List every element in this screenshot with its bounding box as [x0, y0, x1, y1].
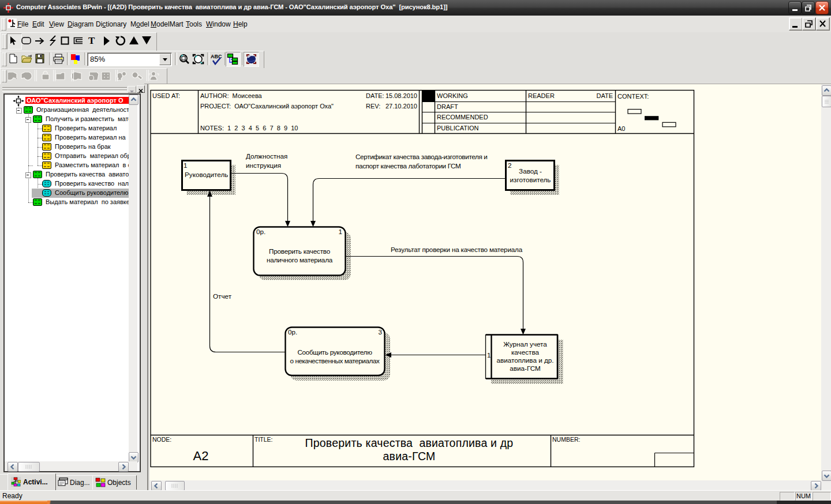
svg-text:USED AT:: USED AT: [152, 92, 180, 99]
svg-text:READER: READER [528, 92, 555, 99]
svg-text:авиатоплива и др.: авиатоплива и др. [496, 356, 553, 364]
svg-text:A0: A0 [617, 125, 625, 132]
svg-text:DATE: DATE [596, 92, 613, 99]
svg-text:качества: качества [511, 348, 539, 356]
svg-text:CONTEXT:: CONTEXT: [617, 93, 649, 100]
svg-text:1: 1 [487, 351, 491, 359]
svg-text:Должностная: Должностная [246, 152, 287, 160]
svg-text:Проверить качества авиатоплив: Проверить качества авиатоплива и др [305, 437, 514, 449]
svg-text:27.10.2010: 27.10.2010 [385, 103, 417, 110]
svg-text:NODE:: NODE: [152, 436, 171, 443]
svg-text:0р.: 0р. [256, 228, 265, 235]
svg-text:AUTHOR: Моисеева: AUTHOR: Моисеева [200, 92, 263, 99]
svg-text:Результат проверки на качество: Результат проверки на качество материала [391, 246, 523, 253]
svg-text:A2: A2 [193, 449, 209, 463]
svg-text:RECOMMENDED: RECOMMENDED [437, 114, 488, 121]
svg-text:3: 3 [378, 328, 382, 336]
svg-text:Журнал учета: Журнал учета [503, 340, 547, 348]
svg-text:PROJECT: ОАО"Сахалинский аэро: PROJECT: ОАО"Сахалинский аэропорт Оха" [200, 103, 334, 110]
svg-text:инструкция: инструкция [246, 161, 281, 169]
svg-text:DRAFT: DRAFT [437, 103, 458, 110]
svg-text:Отчет: Отчет [213, 292, 232, 300]
svg-text:NOTES: 1 2 3 4 5 6 7 8: NOTES: 1 2 3 4 5 6 7 8 9 10 [200, 125, 298, 131]
svg-text:Руководитель: Руководитель [185, 171, 228, 178]
svg-text:DATE:: DATE: [366, 92, 384, 99]
svg-text:паспорт качества лаботатории Г: паспорт качества лаботатории ГСМ [355, 162, 461, 170]
svg-text:о некачественных материалах: о некачественных материалах [290, 357, 380, 364]
svg-text:авиа-ГСМ: авиа-ГСМ [383, 450, 436, 462]
svg-text:WORKING: WORKING [437, 92, 468, 99]
svg-text:1: 1 [338, 228, 342, 235]
svg-text:NUMBER:: NUMBER: [552, 436, 580, 443]
svg-text:0р.: 0р. [288, 328, 297, 336]
svg-text:Сертификат качества завода-изг: Сертификат качества завода-изготовителя … [355, 153, 488, 160]
svg-text:Завод -: Завод - [519, 167, 542, 175]
svg-text:изготовитель: изготовитель [510, 176, 551, 183]
svg-text:авиа-ГСМ: авиа-ГСМ [510, 364, 540, 372]
svg-text:Сообщить руководителю: Сообщить руководителю [297, 348, 372, 356]
svg-text:PUBLICATION: PUBLICATION [437, 125, 479, 131]
svg-text:1: 1 [184, 161, 188, 169]
svg-text:TITLE:: TITLE: [254, 436, 273, 443]
svg-text:2: 2 [508, 161, 512, 169]
svg-text:наличного материала: наличного материала [267, 256, 333, 264]
svg-text:REV:: REV: [366, 103, 380, 110]
svg-text:15.08.2010: 15.08.2010 [385, 92, 417, 99]
svg-text:Проверить качество: Проверить качество [269, 247, 331, 255]
